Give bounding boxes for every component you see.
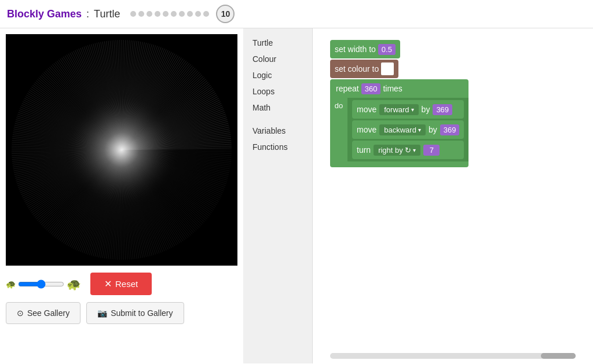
- do-left-bar: do: [330, 98, 347, 161]
- do-label: do: [335, 101, 343, 110]
- canvas-area: 🐢 🐢 ✕ Reset ⊙ See Gallery 📷 Submit to Ga…: [0, 28, 243, 363]
- set-colour-label: set colour to: [335, 64, 379, 73]
- forward-dropdown-arrow: ▾: [411, 106, 414, 113]
- toolbox-item-colour[interactable]: Colour: [248, 52, 308, 67]
- set-width-value[interactable]: 0.5: [378, 44, 396, 55]
- toolbox-item-logic[interactable]: Logic: [248, 68, 308, 83]
- workspace-scrollbar[interactable]: [330, 353, 576, 359]
- set-width-block-row: set width to 0.5: [330, 40, 468, 58]
- forward-dropdown-label: forward: [384, 105, 409, 114]
- level-badge: 10: [216, 5, 235, 23]
- move-backward-label: move: [357, 125, 376, 134]
- turn-dropdown[interactable]: right by ↻ ▾: [374, 145, 420, 156]
- level-dot-2[interactable]: [138, 11, 144, 17]
- turn-label: turn: [357, 145, 371, 155]
- reset-x-icon: ✕: [104, 278, 112, 289]
- see-gallery-icon: ⊙: [17, 308, 24, 318]
- set-width-block[interactable]: set width to 0.5: [330, 40, 400, 58]
- move-forward-by: by: [422, 105, 430, 114]
- app-title-turtle: Turtle: [94, 8, 120, 20]
- repeat-times-label: times: [383, 84, 402, 93]
- turtle-canvas: [6, 34, 237, 266]
- toolbox-item-functions[interactable]: Functions: [248, 139, 308, 155]
- turn-dropdown-label: right by ↻: [378, 146, 411, 155]
- repeat-block-row: repeat 360 times do move: [330, 79, 468, 167]
- repeat-bottom-cap: [330, 161, 468, 167]
- toolbox-divider: [248, 116, 308, 122]
- level-dots: [130, 11, 209, 17]
- repeat-block-header[interactable]: repeat 360 times: [330, 79, 468, 98]
- workspace[interactable]: set width to 0.5 set colour to repeat 36…: [313, 28, 593, 363]
- workspace-scrollbar-thumb[interactable]: [541, 353, 576, 359]
- move-forward-value[interactable]: 369: [433, 104, 452, 115]
- set-colour-block[interactable]: set colour to: [330, 60, 398, 78]
- level-dot-8[interactable]: [187, 11, 193, 17]
- spiral-canvas: [6, 34, 237, 266]
- level-dot-1[interactable]: [130, 11, 136, 17]
- repeat-do-section: do move forward ▾ by 369: [330, 98, 468, 161]
- repeat-block-container: repeat 360 times do move: [330, 79, 468, 167]
- forward-dropdown[interactable]: forward ▾: [379, 104, 418, 115]
- move-forward-label: move: [357, 105, 376, 114]
- level-dot-5[interactable]: [163, 11, 169, 17]
- toolbox-item-loops[interactable]: Loops: [248, 84, 308, 99]
- controls-row: 🐢 🐢 ✕ Reset: [6, 270, 237, 297]
- toolbox-item-turtle[interactable]: Turtle: [248, 35, 308, 50]
- move-forward-block[interactable]: move forward ▾ by 369: [352, 100, 464, 119]
- move-backward-block[interactable]: move backward ▾ by 369: [352, 120, 464, 139]
- level-dot-7[interactable]: [179, 11, 185, 17]
- submit-gallery-button[interactable]: 📷 Submit to Gallery: [86, 302, 184, 324]
- level-dot-6[interactable]: [171, 11, 177, 17]
- speed-slow-icon: 🐢: [6, 280, 16, 289]
- turn-value[interactable]: 7: [423, 145, 440, 156]
- backward-dropdown-label: backward: [384, 126, 416, 134]
- submit-gallery-icon: 📷: [97, 308, 107, 318]
- toolbox-item-math[interactable]: Math: [248, 100, 308, 115]
- repeat-label: repeat: [336, 84, 359, 93]
- app-title-blockly: Blockly Games: [7, 8, 82, 20]
- toolbox: Turtle Colour Logic Loops Math Variables…: [243, 28, 313, 363]
- backward-dropdown[interactable]: backward ▾: [379, 124, 426, 135]
- backward-dropdown-arrow: ▾: [418, 127, 421, 133]
- level-dot-9[interactable]: [195, 11, 201, 17]
- see-gallery-button[interactable]: ⊙ See Gallery: [6, 302, 80, 324]
- turn-dropdown-arrow: ▾: [413, 147, 416, 153]
- reset-button[interactable]: ✕ Reset: [90, 273, 152, 295]
- level-dot-10[interactable]: [203, 11, 209, 17]
- submit-gallery-label: Submit to Gallery: [111, 308, 173, 318]
- main-layout: 🐢 🐢 ✕ Reset ⊙ See Gallery 📷 Submit to Ga…: [0, 28, 593, 363]
- blocks-area: set width to 0.5 set colour to repeat 36…: [330, 40, 468, 168]
- toolbox-item-variables[interactable]: Variables: [248, 123, 308, 138]
- header: Blockly Games : Turtle 10: [0, 0, 593, 28]
- do-content-area: move forward ▾ by 369 move: [347, 98, 468, 161]
- speed-control: 🐢 🐢: [6, 277, 81, 291]
- level-dot-4[interactable]: [155, 11, 160, 17]
- bottom-buttons: ⊙ See Gallery 📷 Submit to Gallery: [6, 302, 237, 328]
- repeat-value[interactable]: 360: [361, 83, 381, 94]
- move-backward-value[interactable]: 369: [440, 124, 460, 135]
- see-gallery-label: See Gallery: [27, 308, 69, 318]
- set-width-label: set width to: [335, 45, 376, 54]
- title-separator: :: [86, 8, 89, 20]
- reset-label: Reset: [115, 279, 138, 289]
- turn-block[interactable]: turn right by ↻ ▾ 7: [352, 141, 464, 159]
- level-dot-3[interactable]: [147, 11, 152, 17]
- colour-swatch[interactable]: [381, 62, 394, 75]
- speed-fast-icon: 🐢: [67, 277, 81, 291]
- speed-slider[interactable]: [18, 280, 64, 289]
- set-colour-block-row: set colour to: [330, 60, 468, 78]
- move-backward-by: by: [429, 125, 437, 134]
